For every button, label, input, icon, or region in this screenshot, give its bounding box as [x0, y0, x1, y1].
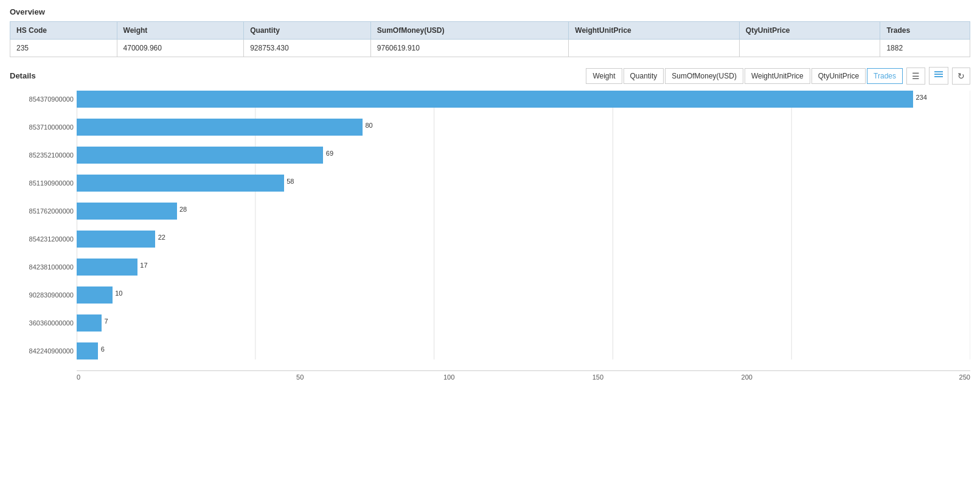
bar-row: 854370900000234	[77, 91, 970, 108]
bar-value-label: 28	[179, 206, 187, 213]
filter-btn-qty-unit-price[interactable]: QtyUnitPrice	[811, 68, 866, 84]
bar-value-label: 6	[101, 345, 105, 353]
bar-row: 84238100000017	[77, 259, 970, 276]
col-hs-code: HS Code	[10, 22, 117, 40]
svg-rect-2	[934, 76, 943, 77]
cell-trades: 1882	[880, 40, 970, 57]
bar-fill	[77, 203, 177, 220]
x-axis-tick: 150	[523, 373, 672, 381]
col-quantity: Quantity	[244, 22, 371, 40]
bar-fill	[77, 231, 155, 248]
bar-fill	[77, 342, 98, 359]
x-axis-tick: 100	[375, 373, 524, 381]
filter-btn-weight[interactable]: Weight	[586, 68, 622, 84]
cell-sum-of-money: 9760619.910	[370, 40, 568, 57]
bar-track: 80	[77, 119, 970, 136]
bar-track: 22	[77, 231, 970, 248]
col-weight: Weight	[117, 22, 244, 40]
x-axis-tick: 0	[77, 373, 226, 381]
bar-fill	[77, 119, 363, 136]
chart-container: 8543709000002348537100000008085235210000…	[10, 91, 970, 399]
list-icon	[934, 71, 943, 81]
bar-label: 842381000000	[10, 263, 74, 271]
overview-data-row: 235 470009.960 928753.430 9760619.910 18…	[10, 40, 970, 57]
bar-label: 852352100000	[10, 151, 74, 159]
col-weight-unit-price: WeightUnitPrice	[569, 22, 739, 40]
table-view-button[interactable]: ☰	[906, 68, 925, 85]
bar-track: 17	[77, 259, 970, 276]
x-axis-tick: 250	[821, 373, 970, 381]
bar-value-label: 7	[105, 318, 108, 325]
bar-label: 854231200000	[10, 235, 74, 243]
table-icon: ☰	[912, 71, 920, 81]
filter-btn-weight-unit-price[interactable]: WeightUnitPrice	[745, 68, 810, 84]
refresh-button[interactable]: ↻	[952, 68, 970, 85]
filter-buttons-group: Weight Quantity SumOfMoney(USD) WeightUn…	[586, 67, 970, 85]
filter-btn-sum-of-money[interactable]: SumOfMoney(USD)	[665, 68, 743, 84]
cell-hs-code: 235	[10, 40, 117, 57]
bar-label: 902830900000	[10, 291, 74, 299]
bar-track: 58	[77, 175, 970, 192]
bar-track: 10	[77, 286, 970, 304]
details-section: Details Weight Quantity SumOfMoney(USD) …	[10, 67, 970, 399]
overview-title: Overview	[10, 7, 970, 16]
bar-row: 85119090000058	[77, 175, 970, 192]
cell-weight-unit-price	[569, 40, 739, 57]
bar-fill	[77, 314, 102, 332]
bar-row: 90283090000010	[77, 286, 970, 304]
details-header: Details Weight Quantity SumOfMoney(USD) …	[10, 67, 970, 85]
col-qty-unit-price: QtyUnitPrice	[739, 22, 880, 40]
bar-label: 360360000000	[10, 319, 74, 327]
bar-row: 3603600000007	[77, 314, 970, 332]
bar-fill	[77, 91, 913, 108]
bar-fill	[77, 259, 137, 276]
bar-row: 85235210000069	[77, 147, 970, 164]
overview-header-row: HS Code Weight Quantity SumOfMoney(USD) …	[10, 22, 970, 40]
bar-label: 851762000000	[10, 207, 74, 215]
list-view-button[interactable]	[929, 67, 948, 85]
bar-track: 69	[77, 147, 970, 164]
bar-value-label: 17	[140, 262, 147, 269]
cell-weight: 470009.960	[117, 40, 244, 57]
filter-btn-quantity[interactable]: Quantity	[624, 68, 664, 84]
bar-row: 85423120000022	[77, 231, 970, 248]
bar-row: 85176200000028	[77, 203, 970, 220]
bar-value-label: 234	[916, 94, 926, 101]
page-container: Overview HS Code Weight Quantity SumOfMo…	[0, 0, 980, 406]
bar-fill	[77, 147, 323, 164]
refresh-icon: ↻	[957, 71, 965, 81]
svg-rect-1	[934, 74, 943, 75]
cell-quantity: 928753.430	[244, 40, 371, 57]
bar-track: 7	[77, 314, 970, 332]
bar-value-label: 58	[287, 178, 294, 185]
filter-btn-trades[interactable]: Trades	[867, 68, 903, 84]
bar-value-label: 10	[115, 290, 122, 297]
overview-section: Overview HS Code Weight Quantity SumOfMo…	[10, 7, 970, 57]
bar-track: 234	[77, 91, 970, 108]
bar-label: 853710000000	[10, 123, 74, 131]
overview-table: HS Code Weight Quantity SumOfMoney(USD) …	[10, 21, 970, 57]
bar-track: 28	[77, 203, 970, 220]
x-axis-tick: 200	[672, 373, 821, 381]
cell-qty-unit-price	[739, 40, 880, 57]
bar-label: 854370900000	[10, 95, 74, 103]
bar-value-label: 22	[158, 234, 165, 241]
bar-fill	[77, 286, 113, 304]
bar-value-label: 80	[365, 122, 372, 129]
bar-track: 6	[77, 342, 970, 359]
chart-inner: 8543709000002348537100000008085235210000…	[77, 91, 970, 359]
bar-fill	[77, 175, 284, 192]
details-title: Details	[10, 71, 36, 80]
col-trades: Trades	[880, 22, 970, 40]
col-sum-of-money: SumOfMoney(USD)	[370, 22, 568, 40]
bar-label: 851190900000	[10, 179, 74, 187]
x-axis-tick: 50	[226, 373, 375, 381]
svg-rect-0	[934, 71, 943, 72]
bar-row: 8422409000006	[77, 342, 970, 359]
bar-row: 85371000000080	[77, 119, 970, 136]
bar-label: 842240900000	[10, 347, 74, 355]
bar-value-label: 69	[326, 150, 333, 157]
x-axis: 050100150200250	[77, 370, 970, 381]
